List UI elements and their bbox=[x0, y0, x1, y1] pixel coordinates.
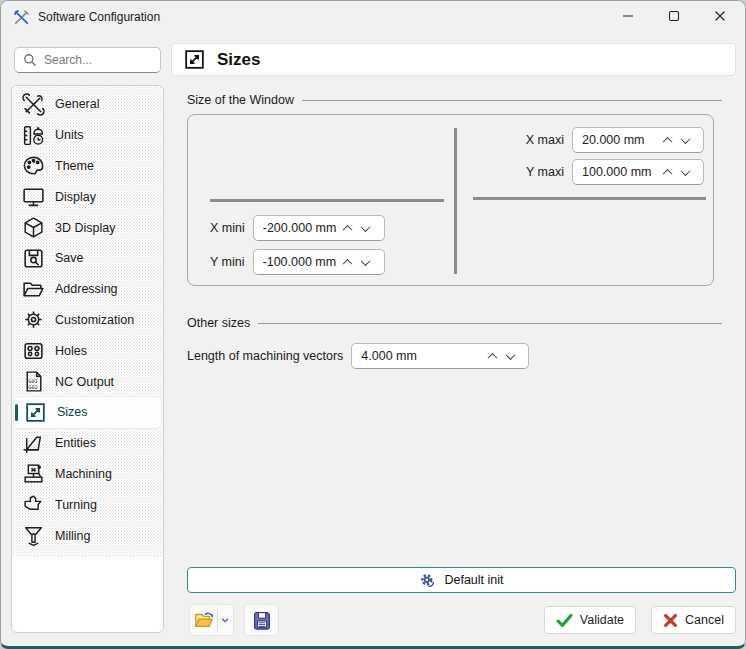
diagram-min-line bbox=[210, 199, 444, 202]
sidebar-item-label: Theme bbox=[55, 159, 94, 173]
y-maxi-input[interactable] bbox=[582, 165, 658, 179]
main-panel: Sizes Size of the Window X maxi bbox=[171, 43, 736, 636]
group-divider-line bbox=[258, 323, 722, 324]
open-file-split-button[interactable] bbox=[189, 604, 234, 636]
floppy-save-icon bbox=[251, 609, 273, 631]
x-mini-input[interactable] bbox=[263, 221, 339, 235]
validate-button[interactable]: Validate bbox=[544, 606, 636, 634]
spin-down-button[interactable] bbox=[676, 163, 694, 181]
sidebar-item-milling[interactable]: Milling bbox=[12, 520, 163, 551]
sidebar-item-entities[interactable]: Entities bbox=[12, 428, 163, 459]
reset-gear-icon bbox=[419, 572, 436, 589]
software-configuration-window: Software Configuration bbox=[0, 0, 746, 649]
chevron-up-icon bbox=[662, 136, 672, 146]
sidebar-item-turning[interactable]: Turning bbox=[12, 489, 163, 520]
diagram-vertical-line bbox=[454, 128, 457, 274]
spin-up-button[interactable] bbox=[339, 253, 357, 271]
gear-icon bbox=[21, 307, 46, 332]
x-maxi-spinner[interactable] bbox=[572, 127, 704, 153]
sidebar-item-general[interactable]: General bbox=[12, 89, 163, 120]
sidebar-item-sizes[interactable]: Sizes bbox=[14, 397, 161, 428]
machining-vectors-input[interactable] bbox=[361, 349, 483, 363]
sidebar-item-label: Customization bbox=[55, 313, 134, 327]
sidebar-item-units[interactable]: Units bbox=[12, 120, 163, 151]
page-header: Sizes bbox=[171, 43, 736, 76]
y-mini-input[interactable] bbox=[263, 255, 339, 269]
spin-down-button[interactable] bbox=[676, 131, 694, 149]
x-mini-spinner[interactable] bbox=[253, 215, 385, 241]
machining-icon bbox=[21, 461, 46, 486]
spin-down-button[interactable] bbox=[501, 347, 519, 365]
disk-icon bbox=[21, 246, 46, 271]
holes-icon bbox=[21, 338, 46, 363]
sidebar-item-label: Turning bbox=[55, 498, 97, 512]
chevron-up-icon bbox=[343, 258, 353, 268]
y-mini-row: Y mini bbox=[210, 249, 385, 275]
other-sizes-group-header: Other sizes bbox=[187, 316, 722, 330]
sidebar-item-label: 3D Display bbox=[55, 221, 115, 235]
selected-accent-bar bbox=[15, 404, 18, 421]
cube-icon bbox=[21, 215, 46, 240]
crossed-tools-app-icon bbox=[13, 9, 30, 26]
y-maxi-label: Y maxi bbox=[526, 165, 564, 179]
spin-up-button[interactable] bbox=[339, 219, 357, 237]
spin-up-button[interactable] bbox=[483, 347, 501, 365]
window-size-diagram: X maxi Y maxi X mini bbox=[187, 114, 714, 286]
default-init-label: Default init bbox=[444, 573, 503, 587]
sidebar-item-display[interactable]: Display bbox=[12, 181, 163, 212]
sidebar-item-nc-output[interactable]: G01 G02 NC Output bbox=[12, 366, 163, 397]
content-area: Size of the Window X maxi Y maxi bbox=[171, 76, 736, 636]
chevron-down-icon bbox=[680, 134, 690, 144]
sidebar-item-addressing[interactable]: Addressing bbox=[12, 274, 163, 305]
machining-vectors-spinner[interactable] bbox=[351, 343, 529, 369]
x-maxi-input[interactable] bbox=[582, 133, 658, 147]
folder-icon bbox=[21, 277, 46, 302]
spin-up-button[interactable] bbox=[658, 131, 676, 149]
spin-down-button[interactable] bbox=[357, 219, 375, 237]
sidebar-item-save[interactable]: Save bbox=[12, 243, 163, 274]
sidebar-item-label: Addressing bbox=[55, 282, 118, 296]
sidebar-item-label: Units bbox=[55, 128, 83, 142]
y-maxi-spinner[interactable] bbox=[572, 159, 704, 185]
flex-spacer bbox=[187, 369, 736, 567]
y-mini-spinner[interactable] bbox=[253, 249, 385, 275]
search-box[interactable] bbox=[14, 47, 161, 73]
sidebar-item-label: NC Output bbox=[55, 375, 114, 389]
units-icon bbox=[21, 123, 46, 148]
sidebar-item-label: Save bbox=[55, 251, 84, 265]
page-title: Sizes bbox=[217, 50, 260, 70]
sidebar-item-machining[interactable]: Machining bbox=[12, 459, 163, 490]
chevron-up-icon bbox=[662, 168, 672, 178]
default-init-button[interactable]: Default init bbox=[187, 567, 736, 593]
sidebar-item-3d-display[interactable]: 3D Display bbox=[12, 212, 163, 243]
machining-vectors-label: Length of machining vectors bbox=[187, 349, 343, 363]
close-button[interactable] bbox=[697, 1, 743, 31]
window-controls bbox=[605, 1, 743, 33]
sidebar-item-label: Entities bbox=[55, 436, 96, 450]
palette-icon bbox=[21, 153, 46, 178]
spin-up-button[interactable] bbox=[658, 163, 676, 181]
sidebar-list: General Units Theme bbox=[12, 86, 163, 557]
sidebar-item-theme[interactable]: Theme bbox=[12, 151, 163, 182]
tools-icon bbox=[21, 92, 46, 117]
spin-down-button[interactable] bbox=[357, 253, 375, 271]
chevron-down-icon bbox=[505, 350, 515, 360]
settings-sidebar: General Units Theme bbox=[11, 85, 164, 633]
search-icon bbox=[23, 53, 37, 67]
group-title: Other sizes bbox=[187, 316, 250, 330]
sidebar-item-label: Machining bbox=[55, 467, 112, 481]
turning-icon bbox=[21, 492, 46, 517]
search-input[interactable] bbox=[44, 53, 152, 67]
cancel-button[interactable]: Cancel bbox=[651, 606, 736, 634]
x-mini-row: X mini bbox=[210, 215, 385, 241]
titlebar: Software Configuration bbox=[1, 1, 745, 33]
save-file-button[interactable] bbox=[244, 604, 279, 636]
minimize-button[interactable] bbox=[605, 1, 651, 31]
sidebar-item-customization[interactable]: Customization bbox=[12, 305, 163, 336]
cancel-label: Cancel bbox=[685, 613, 724, 627]
maximize-button[interactable] bbox=[651, 1, 697, 31]
sidebar-item-holes[interactable]: Holes bbox=[12, 335, 163, 366]
svg-text:G01: G01 bbox=[28, 378, 37, 384]
window-title: Software Configuration bbox=[38, 10, 160, 24]
monitor-icon bbox=[21, 184, 46, 209]
